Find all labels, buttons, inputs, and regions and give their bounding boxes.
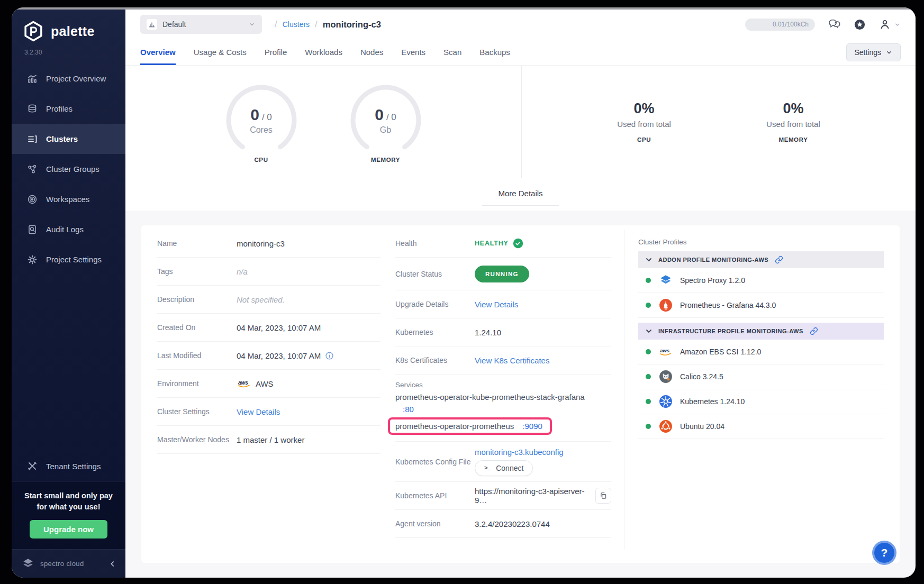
cpu-gauge-unit: Cores	[222, 125, 301, 135]
tab-usage-costs[interactable]: Usage & Costs	[194, 39, 247, 65]
addon-profile-section: ADDON PROFILE MONITORING-AWS Spectro Pro…	[638, 251, 884, 318]
cluster-status-row: Cluster Status RUNNING	[395, 258, 611, 290]
services-block: Services prometheus-operator-kube-promet…	[395, 375, 611, 442]
sidebar-item-clusters[interactable]: Clusters	[12, 124, 125, 154]
aws-icon: aws	[658, 345, 673, 359]
spectro-proxy-icon	[658, 273, 673, 288]
main-area: Default / Clusters / monitoring-c3 0.01/…	[125, 7, 916, 578]
settings-button[interactable]: Settings	[846, 43, 901, 61]
profile-row-ubuntu[interactable]: Ubuntu 20.04	[638, 414, 884, 439]
promo-line-1: Start small and only pay	[19, 490, 118, 501]
infrastructure-profile-header[interactable]: INFRASTRUCTURE PROFILE MONITORING-AWS	[638, 323, 884, 340]
app-version: 3.2.30	[12, 43, 125, 63]
chat-icon[interactable]	[828, 19, 841, 30]
chevron-left-icon[interactable]	[108, 560, 117, 568]
cluster-profiles-title: Cluster Profiles	[638, 238, 884, 246]
project-selector[interactable]: Default	[140, 15, 262, 34]
sidebar-item-project-settings[interactable]: Project Settings	[12, 244, 125, 275]
profile-item-label: Ubuntu 20.04	[680, 422, 724, 431]
copy-icon[interactable]	[595, 488, 611, 504]
sidebar-item-label: Cluster Groups	[46, 165, 99, 174]
profile-item-label: Amazon EBS CSI 1.12.0	[680, 348, 761, 356]
connect-button[interactable]: >_ Connect	[475, 460, 533, 476]
tab-events[interactable]: Events	[401, 39, 425, 65]
kubernetes-label: Kubernetes	[395, 328, 475, 336]
cluster-status-column: Health HEALTHY Cluster Status RUNNING	[395, 230, 624, 550]
name-value: monitoring-c3	[237, 239, 285, 248]
tab-scan[interactable]: Scan	[443, 39, 461, 65]
description-label: Description	[157, 295, 237, 304]
info-icon[interactable]	[325, 351, 334, 360]
status-badge[interactable]: RUNNING	[475, 266, 529, 282]
sidebar-item-tenant-settings[interactable]: Tenant Settings	[12, 451, 125, 481]
tab-overview[interactable]: Overview	[140, 39, 176, 65]
footer-brand-label: spectro cloud	[40, 560, 84, 568]
service-name: prometheus-operator-prometheus	[395, 422, 514, 431]
breadcrumb-clusters-link[interactable]: Clusters	[283, 20, 310, 29]
cluster-groups-network-icon	[26, 163, 38, 175]
sidebar-item-label: Clusters	[46, 134, 78, 143]
cluster-info-column: Name monitoring-c3 Tags n/a Description …	[157, 230, 395, 550]
view-k8s-certificates-link[interactable]: View K8s Certificates	[475, 356, 549, 365]
sidebar-item-audit-logs[interactable]: Audit Logs	[12, 214, 125, 244]
tags-value: n/a	[237, 267, 248, 276]
profile-row-spectro-proxy[interactable]: Spectro Proxy 1.2.0	[638, 268, 884, 293]
infrastructure-profile-title: INFRASTRUCTURE PROFILE MONITORING-AWS	[658, 328, 803, 334]
profile-item-label: Prometheus - Grafana 44.3.0	[680, 301, 776, 309]
star-badge-icon[interactable]	[854, 19, 866, 31]
cluster-settings-row: Cluster Settings View Details	[157, 398, 381, 426]
user-menu[interactable]	[878, 18, 901, 31]
sidebar-item-label: Audit Logs	[46, 225, 84, 234]
tab-backups[interactable]: Backups	[479, 39, 510, 65]
kubeconfig-link[interactable]: monitoring-c3.kubeconfig	[475, 448, 564, 457]
nodes-row: Master/Worker Nodes 1 master / 1 worker	[157, 426, 381, 454]
profile-row-prometheus-grafana[interactable]: Prometheus - Grafana 44.3.0	[638, 293, 884, 318]
name-label: Name	[157, 239, 237, 248]
last-modified-value: 04 Mar, 2023, 10:07 AM	[237, 351, 321, 360]
link-icon[interactable]	[775, 256, 783, 264]
addon-profile-header[interactable]: ADDON PROFILE MONITORING-AWS	[638, 251, 884, 268]
nodes-label: Master/Worker Nodes	[157, 435, 237, 444]
chevron-down-icon	[646, 257, 652, 263]
kubernetes-api-value: https://monitoring-c3-apiserver-9…	[475, 487, 590, 505]
breadcrumb-separator: /	[315, 19, 318, 30]
nodes-value: 1 master / 1 worker	[237, 435, 304, 444]
sidebar-item-cluster-groups[interactable]: Cluster Groups	[12, 154, 125, 184]
upgrade-details-row: Upgrade Details View Details	[395, 290, 611, 318]
help-button[interactable]: ?	[872, 541, 896, 565]
link-icon[interactable]	[810, 327, 818, 335]
kubeconfig-label: Kubernetes Config File	[395, 458, 475, 466]
cluster-status-label: Cluster Status	[395, 270, 475, 278]
sidebar-footer: spectro cloud	[12, 549, 125, 578]
kubernetes-api-row: Kubernetes API https://monitoring-c3-api…	[395, 482, 611, 510]
overview-panel: 0/ 0 Cores CPU 0/ 0	[125, 66, 916, 178]
bar-chart-icon	[147, 19, 157, 30]
profile-row-calico[interactable]: Calico 3.24.5	[638, 364, 884, 389]
tabs: Overview Usage & Costs Profile Workloads…	[140, 39, 510, 65]
service-port-link[interactable]: :80	[403, 405, 414, 414]
more-details-button[interactable]: More Details	[482, 184, 558, 206]
kubernetes-version-value: 1.24.10	[475, 328, 501, 337]
health-row: Health HEALTHY	[395, 230, 611, 258]
gear-icon	[26, 254, 38, 266]
cpu-usage-label: CPU	[617, 136, 671, 143]
upgrade-view-details-link[interactable]: View Details	[475, 300, 518, 309]
tab-profile[interactable]: Profile	[265, 39, 287, 65]
topbar: Default / Clusters / monitoring-c3 0.01/…	[125, 10, 916, 39]
agent-version-label: Agent version	[395, 519, 475, 528]
tab-workloads[interactable]: Workloads	[305, 39, 342, 65]
app-window: palette 3.2.30 Project Overview Profiles	[12, 7, 916, 578]
upgrade-now-button[interactable]: Upgrade now	[30, 520, 107, 539]
profile-row-kubernetes[interactable]: Kubernetes 1.24.10	[638, 389, 884, 414]
profile-row-amazon-ebs[interactable]: aws Amazon EBS CSI 1.12.0	[638, 340, 884, 364]
sidebar-item-project-overview[interactable]: Project Overview	[12, 63, 125, 94]
aws-icon: aws	[237, 379, 251, 388]
memory-gauge: 0/ 0 Gb MEMORY	[346, 80, 425, 163]
sidebar-item-workspaces[interactable]: Workspaces	[12, 184, 125, 214]
agent-version-value: 3.2.4/20230223.0744	[475, 519, 550, 528]
topbar-right: 0.01/100kCh	[745, 18, 901, 31]
sidebar-item-profiles[interactable]: Profiles	[12, 94, 125, 124]
cluster-settings-view-details-link[interactable]: View Details	[237, 407, 280, 416]
tab-nodes[interactable]: Nodes	[360, 39, 383, 65]
service-port-link[interactable]: :9090	[522, 422, 542, 431]
